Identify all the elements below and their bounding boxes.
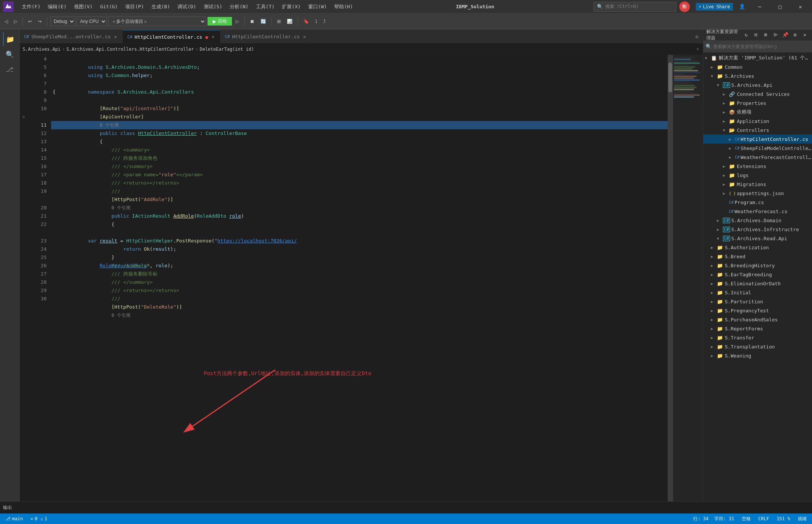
- debug-config-select[interactable]: Debug: [50, 17, 75, 26]
- show-all-files-button[interactable]: ⊞: [762, 31, 770, 39]
- tree-weaning[interactable]: ▶ 📁 S.Weaning: [703, 351, 812, 360]
- vertical-scrollbar[interactable]: [668, 55, 673, 501]
- tab-settings-icon[interactable]: ⚙: [691, 30, 703, 43]
- status-position[interactable]: 行: 34 字符: 31: [691, 516, 736, 522]
- tab-httpcilent-active[interactable]: C# HttpCilentController.cs ● ✕: [123, 30, 220, 43]
- status-spaces[interactable]: 空格: [739, 516, 753, 522]
- tree-application[interactable]: ▶ 📁 Application: [703, 117, 812, 126]
- stop-button[interactable]: ⏹: [248, 18, 257, 25]
- tree-archives-domain[interactable]: ▶ C# S.Archives.Domain: [703, 216, 812, 225]
- close-button[interactable]: ✕: [792, 0, 809, 14]
- tree-transfer[interactable]: ▶ 📁 S.Transfer: [703, 333, 812, 342]
- status-errors[interactable]: ✕ 0 ⚠ 1: [28, 516, 50, 521]
- tab-httpcilent-close[interactable]: ✕: [211, 34, 215, 40]
- account-icon[interactable]: 👤: [736, 2, 748, 11]
- activity-search-button[interactable]: 🔍: [3, 47, 17, 61]
- breadcrumb-part-1[interactable]: S.Archives.Api: [23, 47, 61, 52]
- menu-git[interactable]: Git(G): [96, 2, 121, 11]
- breadcrumb-part-3[interactable]: DeleteEarTag(int id): [200, 47, 254, 52]
- maximize-button[interactable]: □: [771, 0, 789, 14]
- tab-sheepfile-close[interactable]: ✕: [113, 34, 118, 40]
- user-avatar[interactable]: 彤: [679, 2, 690, 12]
- menu-debug[interactable]: 调试(D): [174, 2, 200, 12]
- tree-reportforms[interactable]: ▶ 📁 S.ReportForms: [703, 324, 812, 333]
- code-editor[interactable]: ▽ 4 5 6 7 8 9 10 11 12 13 14 15: [20, 55, 703, 501]
- run-button[interactable]: ▶ 启动: [208, 17, 232, 26]
- tree-weatherctrl[interactable]: ▶ C# WeatherForecastController.cs: [703, 153, 812, 162]
- activity-explorer-button[interactable]: 📁: [3, 32, 17, 46]
- status-branch[interactable]: ⎇ main: [3, 516, 25, 521]
- tree-initial[interactable]: ▶ 📁 S.Initial: [703, 288, 812, 297]
- breadcrumb-add-icon[interactable]: ＋: [695, 46, 700, 52]
- menu-analyze[interactable]: 分析(N): [226, 2, 252, 12]
- status-encoding[interactable]: CRLF: [756, 516, 771, 521]
- startup-select[interactable]: ＜多个启动项目＞: [108, 17, 206, 26]
- attach-button[interactable]: ⊞: [275, 18, 283, 25]
- tree-extensions[interactable]: ▶ 📁 Extensions: [703, 162, 812, 171]
- tree-breeding-history[interactable]: ▶ 📁 S.BreedingHistory: [703, 261, 812, 270]
- tree-archives-infr[interactable]: ▶ C# S.Archives.Infrstructre: [703, 225, 812, 234]
- menu-window[interactable]: 窗口(W): [304, 2, 330, 12]
- activity-git-button[interactable]: ⎇: [3, 62, 17, 76]
- tree-archives-api[interactable]: ▼ C# S.Archives.Api: [703, 80, 812, 89]
- tree-dependencies[interactable]: ▶ 📦 依赖项: [703, 108, 812, 117]
- menu-build[interactable]: 生成(B): [148, 2, 174, 12]
- back-button[interactable]: ◁: [2, 18, 10, 25]
- tree-transplantation[interactable]: ▶ 📁 S.Transplantation: [703, 342, 812, 351]
- platform-select[interactable]: Any CPU: [77, 17, 107, 26]
- bookmark-button[interactable]: 🔖: [301, 18, 311, 25]
- fold-icon-1[interactable]: ▽: [20, 113, 28, 121]
- bookmark-prev-button[interactable]: ⤴: [321, 18, 328, 25]
- menu-view[interactable]: 视图(V): [70, 2, 96, 12]
- minimize-button[interactable]: ─: [751, 0, 768, 14]
- tree-breed[interactable]: ▶ 📁 S.Breed: [703, 252, 812, 261]
- menu-tools[interactable]: 工具(T): [252, 2, 278, 12]
- code-content[interactable]: using S.Archives.Domain.S.ArchivesDto; u…: [50, 55, 668, 501]
- live-share-button[interactable]: ⚡ Live Share: [696, 3, 733, 11]
- collapse-all-button[interactable]: ⊟: [752, 31, 760, 39]
- tree-program[interactable]: C# Program.cs: [703, 198, 812, 207]
- tree-appsettings[interactable]: ▶ { } appsettings.json: [703, 189, 812, 198]
- menu-edit[interactable]: 编辑(E): [44, 2, 70, 12]
- tree-eartag[interactable]: ▶ 📁 S.EarTagBreeding: [703, 270, 812, 279]
- forward-button[interactable]: ▷: [12, 18, 20, 25]
- tab-httpcilent2[interactable]: C# HttpCilentController.cs ✕: [220, 30, 312, 43]
- tree-sarchives[interactable]: ▼ 📁 S.Archives: [703, 71, 812, 80]
- tree-controllers[interactable]: ▼ 📂 Controllers: [703, 126, 812, 135]
- status-zoom[interactable]: 151 %: [774, 516, 792, 521]
- sync-button[interactable]: ↻: [742, 31, 750, 39]
- solution-tree[interactable]: ▼ 📋 解决方案 'IBMP_Solution' (61 个项目，共 61 个)…: [703, 53, 812, 501]
- redo-button[interactable]: ↪: [36, 18, 44, 25]
- breadcrumb-part-2[interactable]: S.Archives.Api.Controllers.HttpCilentCon…: [66, 47, 194, 52]
- menu-project[interactable]: 项目(P): [121, 2, 147, 12]
- tree-migrations[interactable]: ▶ 📁 Migrations: [703, 180, 812, 189]
- menu-help[interactable]: 帮助(H): [330, 2, 356, 12]
- filter-button[interactable]: ⊫: [771, 31, 780, 39]
- bookmark-next-button[interactable]: ⤵: [313, 18, 320, 25]
- tree-sheepfile[interactable]: ▶ C# SheepFileModelController.cs: [703, 144, 812, 153]
- menu-extensions[interactable]: 扩展(X): [278, 2, 304, 12]
- solution-search-input[interactable]: [713, 44, 810, 49]
- search-bar[interactable]: 🔍 搜索 (Ctrl+Q): [594, 2, 676, 12]
- tree-purchase[interactable]: ▶ 📁 S.PurchaseAndSales: [703, 315, 812, 324]
- tree-authorization[interactable]: ▶ 📁 S.Authorization: [703, 243, 812, 252]
- tree-elimination[interactable]: ▶ 📁 S.EliminationOrDath: [703, 279, 812, 288]
- restart-button[interactable]: 🔄: [258, 18, 268, 25]
- tab-sheepfile[interactable]: C# SheepFileMod...ontroller.cs ✕: [20, 30, 123, 43]
- tree-parturition[interactable]: ▶ 📁 S.Parturition: [703, 297, 812, 306]
- tree-common[interactable]: ▶ 📁 Common: [703, 62, 812, 71]
- solution-settings-button[interactable]: ⚙: [791, 31, 799, 39]
- tree-httpcilent-file[interactable]: ▶ C# HttpCilentController.cs: [703, 135, 812, 144]
- pin-button[interactable]: 📌: [781, 31, 789, 39]
- close-panel-button[interactable]: ✕: [801, 31, 809, 39]
- tree-archives-read[interactable]: ▼ C# S.Archives.Read.Api: [703, 234, 812, 243]
- tree-root[interactable]: ▼ 📋 解决方案 'IBMP_Solution' (61 个项目，共 61 个): [703, 53, 812, 62]
- undo-button[interactable]: ↩: [26, 18, 34, 25]
- tree-properties[interactable]: ▶ 📁 Properties: [703, 98, 812, 108]
- diagnostic-button[interactable]: 📊: [285, 18, 295, 25]
- scrollbar-thumb[interactable]: [668, 62, 672, 92]
- tree-weatherforecast[interactable]: C# WeatherForecast.cs: [703, 207, 812, 216]
- tree-logs[interactable]: ▶ 📁 logs: [703, 171, 812, 180]
- menu-test[interactable]: 测试(S): [200, 2, 226, 12]
- menu-file[interactable]: 文件(F): [18, 2, 44, 12]
